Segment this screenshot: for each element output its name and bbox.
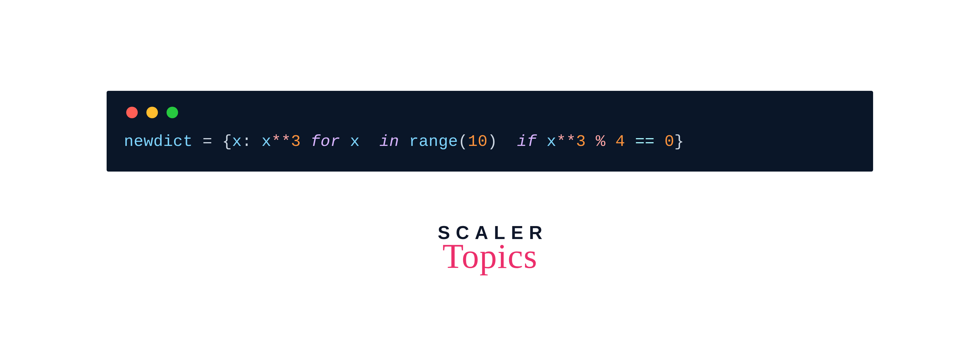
tok-space	[340, 132, 350, 151]
tok-space	[301, 132, 311, 151]
tok-kw-for: for	[311, 132, 340, 151]
tok-key-expr: x	[232, 132, 242, 151]
tok-space	[605, 132, 615, 151]
tok-kw-in: in	[380, 132, 399, 151]
tok-variable: newdict	[124, 132, 193, 151]
tok-range: range	[409, 132, 458, 151]
tok-cond-id: x	[547, 132, 557, 151]
tok-num: 3	[291, 132, 301, 151]
tok-eqeq: ==	[635, 132, 655, 151]
tok-space	[586, 132, 596, 151]
zoom-dot-icon	[167, 107, 178, 118]
tok-space	[655, 132, 665, 151]
tok-loop-var: x	[350, 132, 360, 151]
tok-lparen: (	[458, 132, 468, 151]
code-window: newdict = {x: x**3 for x in range(10) if…	[107, 91, 873, 172]
tok-mod: %	[596, 132, 605, 151]
close-dot-icon	[126, 107, 138, 118]
tok-pow: **	[271, 132, 291, 151]
tok-space	[497, 132, 517, 151]
tok-num: 4	[615, 132, 625, 151]
code-line: newdict = {x: x**3 for x in range(10) if…	[107, 118, 873, 151]
tok-lbrace: {	[222, 132, 232, 151]
tok-space	[625, 132, 635, 151]
brand-logo: SCALER Topics	[432, 223, 548, 274]
tok-colon: :	[242, 132, 261, 151]
tok-space	[537, 132, 547, 151]
tok-kw-if: if	[517, 132, 536, 151]
brand-line2: Topics	[432, 239, 548, 274]
tok-num: 10	[468, 132, 488, 151]
tok-pow: **	[557, 132, 576, 151]
tok-rparen: )	[488, 132, 497, 151]
minimize-dot-icon	[146, 107, 158, 118]
tok-val-ident: x	[262, 132, 271, 151]
tok-space	[399, 132, 409, 151]
traffic-lights	[107, 91, 873, 118]
tok-space	[360, 132, 380, 151]
page: newdict = {x: x**3 for x in range(10) if…	[0, 0, 980, 344]
tok-num: 3	[576, 132, 586, 151]
tok-assign: =	[193, 132, 222, 151]
tok-rbrace: }	[674, 132, 684, 151]
tok-num: 0	[665, 132, 674, 151]
